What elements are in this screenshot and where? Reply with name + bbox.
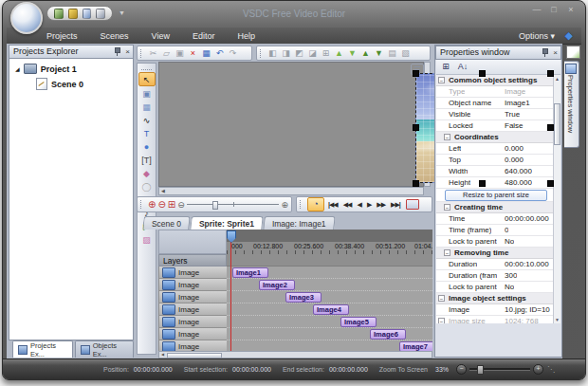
property-lock-to-parent[interactable]: Lock to parentNo xyxy=(436,236,556,248)
move-top-icon[interactable]: ▲ xyxy=(359,47,372,60)
property-group-image-object-settings[interactable]: −Image object settings xyxy=(436,293,556,304)
sprite-tool[interactable]: ▣ xyxy=(139,87,155,100)
clip-image1[interactable]: Image1 xyxy=(232,267,268,278)
line-tool[interactable]: ∿ xyxy=(139,114,155,126)
property-value[interactable]: 0.000 xyxy=(505,143,524,154)
categorized-view-button[interactable]: ⊞ xyxy=(439,61,452,72)
property-duration[interactable]: Duration00:00:10.000 xyxy=(436,259,556,270)
layer-track[interactable]: Image5 xyxy=(227,316,432,328)
clip-image7[interactable]: Image7 xyxy=(399,341,432,351)
cut-icon[interactable]: ✂ xyxy=(147,47,159,60)
collapse-icon[interactable]: − xyxy=(444,249,450,256)
property-value[interactable]: Image1 xyxy=(505,98,530,108)
collapse-icon[interactable]: − xyxy=(438,77,445,83)
clip-image2[interactable]: Image2 xyxy=(259,280,295,290)
align-left-icon[interactable]: ◧ xyxy=(266,47,279,60)
layer-label[interactable]: Image xyxy=(158,316,227,328)
property-grid-scrollbar[interactable]: ▲ ▼ xyxy=(553,75,560,323)
property-time[interactable]: Time00:00:00.000 xyxy=(436,213,556,225)
image-tool[interactable]: ▦ xyxy=(139,101,155,113)
property-height[interactable]: Height480.000 xyxy=(436,177,556,189)
delete-icon[interactable]: × xyxy=(187,47,199,60)
chart-tool[interactable]: ◆ xyxy=(139,167,155,179)
scroll-down-icon[interactable]: ▼ xyxy=(554,316,560,323)
cursor-tool[interactable]: ↖ xyxy=(138,72,156,86)
property-duration-fram[interactable]: Duration (fram300 xyxy=(436,270,556,282)
property-value[interactable]: 10.jpg; ID=10 xyxy=(505,304,550,315)
tree-item-project[interactable]: ◢ Project 1 xyxy=(15,64,77,74)
zoom-slider[interactable]: ⊖⊕ xyxy=(177,200,288,210)
slider-thumb[interactable] xyxy=(212,201,218,210)
close-panel-icon[interactable]: × xyxy=(125,47,130,56)
layer-label[interactable]: Image xyxy=(158,328,227,340)
zoom-slider-thumb[interactable] xyxy=(477,365,484,375)
selection-handle[interactable] xyxy=(413,180,419,187)
clip-image6[interactable]: Image6 xyxy=(370,329,406,340)
property-value[interactable]: 480.000 xyxy=(505,177,532,188)
snapshot-icon[interactable]: ▦ xyxy=(200,47,212,60)
play-button[interactable]: ▶ xyxy=(365,198,373,211)
property-value[interactable]: 0.000 xyxy=(505,155,524,165)
layer-track[interactable]: Image3 xyxy=(227,291,432,303)
menu-editor[interactable]: Editor xyxy=(181,31,227,41)
menu-projects[interactable]: Projects xyxy=(35,31,89,41)
palette-grip[interactable] xyxy=(141,65,152,70)
slider-min-icon[interactable]: ⊖ xyxy=(177,200,185,210)
breadcrumb-image-image1[interactable]: Image: Image1 xyxy=(264,216,336,230)
selection-handle[interactable] xyxy=(413,70,419,77)
properties-window-tab[interactable]: Properties window xyxy=(564,61,579,148)
crop-icon[interactable]: ▧ xyxy=(399,47,412,60)
selection-handle[interactable] xyxy=(547,180,554,187)
docked-panel-icon[interactable] xyxy=(566,46,580,59)
slider-track[interactable] xyxy=(187,204,280,205)
move-down-icon[interactable]: ▼ xyxy=(346,47,358,60)
property-object-name[interactable]: Object nameImage1 xyxy=(436,98,556,109)
clip-image4[interactable]: Image4 xyxy=(313,304,349,315)
timeline-ruler[interactable]: 00000:12.80000:25.60000:38.40000:51.2000… xyxy=(227,242,432,254)
zoom-region-button[interactable]: ⊞ xyxy=(168,198,175,211)
collapse-icon[interactable]: − xyxy=(444,134,450,140)
property-locked[interactable]: LockedFalse xyxy=(436,120,556,132)
property-value[interactable]: True xyxy=(505,109,520,119)
collapse-icon[interactable]: − xyxy=(438,295,445,302)
zoom-in-icon[interactable]: + xyxy=(533,364,543,375)
seek-forward-button[interactable]: ▶▶ xyxy=(375,198,387,211)
layer-track[interactable]: Image7 xyxy=(227,340,432,351)
property-value[interactable]: 0 xyxy=(505,225,508,235)
breadcrumb-scene-0[interactable]: Scene 0 xyxy=(142,216,191,230)
menu-help[interactable]: Help xyxy=(226,31,266,41)
property-group-coordinates[interactable]: −Coordinates xyxy=(436,132,556,143)
redo-icon[interactable]: ↷ xyxy=(227,47,239,60)
clipart-tool[interactable]: ▨ xyxy=(139,233,155,246)
toolbar-grip[interactable] xyxy=(140,200,143,209)
selection-handle[interactable] xyxy=(413,124,419,131)
layer-label[interactable]: Image xyxy=(158,267,227,279)
expander-icon[interactable]: ◢ xyxy=(15,65,20,72)
breadcrumb-sprite-sprite1[interactable]: Sprite: Sprite1 xyxy=(190,216,264,230)
selection-handle[interactable] xyxy=(479,180,486,187)
undo-icon[interactable]: ↶ xyxy=(213,47,226,60)
maximize-button[interactable]: □ xyxy=(547,5,560,16)
property-image[interactable]: Image10.jpg; ID=10 xyxy=(436,304,556,316)
property-value[interactable]: 00:00:00.000 xyxy=(505,213,549,224)
close-panel-icon[interactable]: × xyxy=(553,48,558,57)
property-lock-to-parent[interactable]: Lock to parentNo xyxy=(436,282,556,293)
timeline-scrollbar[interactable]: ◀ xyxy=(158,351,432,358)
split-icon[interactable]: ▤ xyxy=(386,47,398,60)
layer-label[interactable]: Image xyxy=(158,303,227,316)
slider-max-icon[interactable]: ⊕ xyxy=(281,200,288,210)
sort-alphabetical-button[interactable]: A↓ xyxy=(456,61,469,72)
property-top[interactable]: Top0.000 xyxy=(436,155,556,166)
layer-track[interactable]: Image2 xyxy=(227,279,432,291)
selection-handle[interactable] xyxy=(547,124,554,131)
pin-icon[interactable] xyxy=(542,48,548,57)
property-value[interactable]: No xyxy=(505,282,514,292)
collapse-icon[interactable]: − xyxy=(444,204,450,211)
layer-track[interactable]: Image1 xyxy=(227,267,432,279)
toolbar-grip[interactable] xyxy=(140,49,143,58)
ellipse-tool[interactable]: ● xyxy=(139,140,155,153)
zoom-in-button[interactable]: ⊕ xyxy=(148,198,156,211)
property-time-frame[interactable]: Time (frame)0 xyxy=(436,225,556,236)
property-group-common-object-settings[interactable]: −Common object settings xyxy=(436,75,556,86)
collapse-icon[interactable]: − xyxy=(438,318,445,323)
